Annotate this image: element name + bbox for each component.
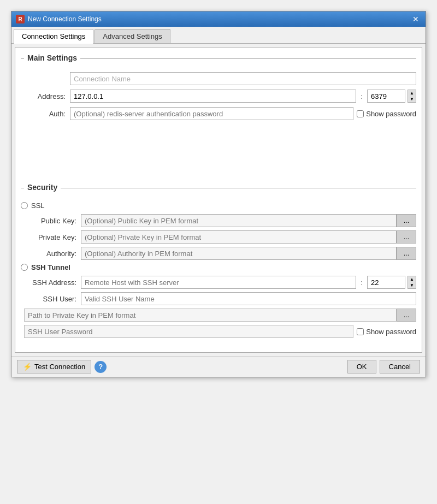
auth-row: Auth: Show password (21, 107, 416, 120)
title-bar: R New Connection Settings ✕ (11, 11, 426, 27)
security-header: Security (21, 188, 416, 197)
public-key-browse-btn[interactable]: ... (397, 214, 416, 227)
private-key-path-browse-btn[interactable]: ... (397, 309, 416, 322)
authority-label: Authority: (32, 250, 81, 258)
address-group: : ▲ ▼ (70, 90, 416, 103)
ssh-port-up-btn[interactable]: ▲ (408, 276, 416, 282)
authority-input[interactable] (81, 247, 397, 260)
ssh-user-row: SSH User: (21, 292, 416, 305)
cancel-button[interactable]: Cancel (380, 360, 420, 373)
footer-right: OK Cancel (347, 360, 420, 373)
test-icon: ⚡ (23, 363, 32, 371)
address-colon: : (358, 92, 365, 100)
ssl-label: SSL (31, 201, 45, 210)
authority-row: Authority: ... (21, 247, 416, 260)
footer: ⚡ Test Connection ? OK Cancel (11, 356, 426, 377)
ssh-port-down-btn[interactable]: ▼ (408, 282, 416, 288)
ssh-tunnel-label: SSH Tunnel (31, 263, 70, 271)
connection-name-input[interactable] (70, 72, 416, 85)
auth-group: Show password (70, 107, 416, 120)
auth-input[interactable] (70, 107, 353, 120)
ssh-show-password-checkbox[interactable] (357, 328, 364, 335)
ssl-radio[interactable] (21, 202, 28, 209)
tab-advanced-settings[interactable]: Advanced Settings (95, 29, 170, 43)
main-window: R New Connection Settings ✕ Connection S… (11, 11, 426, 377)
ssh-address-group: : ▲ ▼ (81, 276, 416, 289)
app-icon: R (16, 15, 25, 23)
ssh-port-input[interactable] (367, 276, 405, 289)
address-label: Address: (21, 92, 70, 100)
empty-space (21, 124, 416, 179)
port-down-btn[interactable]: ▼ (408, 96, 416, 102)
address-input[interactable] (70, 90, 356, 103)
main-settings-header: Main Settings (21, 58, 416, 68)
tabs-bar: Connection Settings Advanced Settings (11, 27, 426, 44)
test-connection-button[interactable]: ⚡ Test Connection (17, 360, 91, 373)
ssh-pass-input[interactable] (24, 325, 353, 338)
ok-button[interactable]: OK (347, 360, 376, 373)
private-key-input[interactable] (81, 230, 397, 244)
title-bar-left: R New Connection Settings (16, 15, 102, 23)
security-section: Security SSL Public Key: ... Private Key… (21, 188, 416, 338)
name-row (21, 72, 416, 85)
tab-connection-settings[interactable]: Connection Settings (14, 29, 93, 44)
footer-left: ⚡ Test Connection ? (17, 360, 107, 373)
private-key-row: Private Key: ... (21, 230, 416, 244)
public-key-input[interactable] (81, 214, 397, 227)
private-key-browse-btn[interactable]: ... (397, 230, 416, 244)
close-button[interactable]: ✕ (410, 14, 421, 25)
authority-browse-btn[interactable]: ... (397, 247, 416, 260)
show-password-checkbox[interactable] (357, 110, 364, 117)
window-title: New Connection Settings (28, 15, 102, 23)
main-settings-title: Main Settings (24, 54, 80, 62)
address-row: Address: : ▲ ▼ (21, 90, 416, 103)
security-title: Security (24, 183, 61, 192)
ssh-tunnel-radio-row: SSH Tunnel (21, 263, 416, 271)
private-key-path-row: ... (21, 309, 416, 322)
ssh-address-label: SSH Address: (32, 278, 81, 287)
auth-label: Auth: (21, 110, 70, 118)
public-key-label: Public Key: (32, 217, 81, 225)
port-up-btn[interactable]: ▲ (408, 90, 416, 96)
port-spinner: ▲ ▼ (408, 90, 416, 103)
private-key-label: Private Key: (32, 233, 81, 241)
help-button[interactable]: ? (95, 361, 107, 373)
ssh-user-label: SSH User: (32, 295, 81, 303)
port-input[interactable] (367, 90, 405, 103)
content-area: Main Settings Address: : ▲ ▼ (15, 47, 422, 353)
ssh-user-input[interactable] (81, 292, 416, 305)
ssh-tunnel-radio[interactable] (21, 264, 28, 271)
private-key-path-input[interactable] (24, 309, 397, 322)
ssh-show-password-label: Show password (357, 328, 416, 336)
ssh-address-row: SSH Address: : ▲ ▼ (21, 276, 416, 289)
ssh-port-spinner: ▲ ▼ (408, 276, 416, 289)
main-settings-section: Main Settings Address: : ▲ ▼ (21, 58, 416, 179)
ssl-radio-row: SSL (21, 201, 416, 210)
show-password-label: Show password (357, 110, 416, 118)
ssh-colon: : (358, 278, 365, 287)
public-key-row: Public Key: ... (21, 214, 416, 227)
ssh-pass-row: Show password (21, 325, 416, 338)
ssh-address-input[interactable] (81, 276, 356, 289)
